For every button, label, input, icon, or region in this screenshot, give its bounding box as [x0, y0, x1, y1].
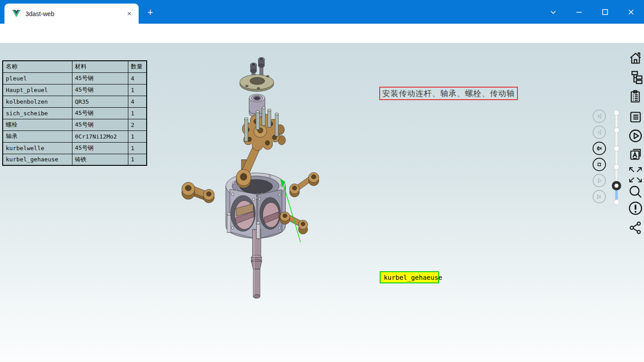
window-close-button[interactable]	[618, 0, 644, 24]
step-play-button[interactable]	[593, 142, 606, 155]
bom-header-qty: 数量	[128, 61, 147, 72]
bom-row: sich_scheibe45号钢1	[3, 107, 147, 119]
bom-row: pleuel45号钢4	[3, 72, 147, 84]
stop-button[interactable]	[593, 158, 606, 171]
task-list-button[interactable]	[627, 88, 644, 104]
step-annotation: 安装传动连杆、轴承、螺栓、传动轴	[379, 87, 518, 100]
washer-disc[interactable]	[240, 75, 274, 91]
steps-list-button[interactable]	[627, 109, 644, 125]
timeline-step-dot[interactable]	[614, 127, 619, 133]
window-maximize-button[interactable]	[592, 0, 618, 24]
play-button[interactable]	[593, 174, 606, 187]
window-controls	[540, 0, 644, 24]
assembly-tree-button[interactable]	[627, 68, 644, 85]
pleuel-rod-right-lower[interactable]	[280, 212, 308, 234]
tab-close-icon[interactable]: ×	[124, 9, 134, 19]
bom-header-material: 材料	[72, 61, 128, 72]
browser-tab[interactable]: 3dast-web ×	[4, 4, 139, 24]
share-button[interactable]	[627, 219, 644, 236]
bom-row: 螺栓45号钢2	[3, 119, 147, 130]
crankshaft[interactable]	[251, 229, 262, 298]
bom-row: kurbel_gehaeuse铸铁1	[3, 154, 147, 165]
skip-to-start-button[interactable]	[593, 109, 606, 123]
timeline-step-dot[interactable]	[614, 199, 619, 205]
viewer-canvas[interactable]: 名称 材料 数量 pleuel45号钢4 Haupt_pleuel45号钢1 k…	[0, 43, 644, 362]
pleuel-rod-left[interactable]	[182, 182, 214, 203]
window-chevron-button[interactable]	[540, 0, 566, 24]
pleuel-rod-right-upper[interactable]	[290, 173, 319, 197]
browser-titlebar: 3dast-web × +	[0, 0, 644, 24]
bom-header-row: 名称 材料 数量	[3, 61, 147, 72]
new-tab-button[interactable]: +	[144, 6, 157, 19]
skip-to-end-button[interactable]	[593, 190, 606, 203]
browser-toolbar: 不安全 192.168.30.157:11182/index.html?view…	[0, 24, 644, 43]
timeline-step-dot[interactable]	[614, 110, 619, 116]
bom-row: kurbelwelle45号钢1	[3, 142, 147, 154]
bom-row: kolbenbolzenQR354	[3, 96, 147, 107]
play-animation-button[interactable]	[627, 127, 644, 144]
bom-row: Haupt_pleuel45号钢1	[3, 84, 147, 96]
fullscreen-button[interactable]	[627, 165, 644, 185]
bom-header-name: 名称	[3, 61, 72, 72]
home-button[interactable]	[627, 50, 644, 66]
timeline-step-dot[interactable]	[614, 146, 619, 152]
zoom-button[interactable]	[627, 183, 644, 200]
bom-table: 名称 材料 数量 pleuel45号钢4 Haupt_pleuel45号钢1 k…	[2, 60, 147, 166]
part-label[interactable]: kurbel_gehaeuse	[380, 271, 439, 283]
timeline-step-dot[interactable]	[614, 164, 619, 170]
bom-row: 轴承0Cr17Ni12Mo21	[3, 130, 147, 142]
vue-logo-icon	[12, 10, 21, 17]
window-minimize-button[interactable]	[566, 0, 592, 24]
browser-window: 3dast-web × +	[0, 0, 644, 362]
timeline-current-step-handle[interactable]	[612, 181, 621, 190]
annotation-toggle-button[interactable]	[627, 146, 644, 162]
info-button[interactable]	[627, 200, 644, 216]
tab-title: 3dast-web	[25, 10, 124, 17]
step-back-button[interactable]	[593, 126, 606, 139]
